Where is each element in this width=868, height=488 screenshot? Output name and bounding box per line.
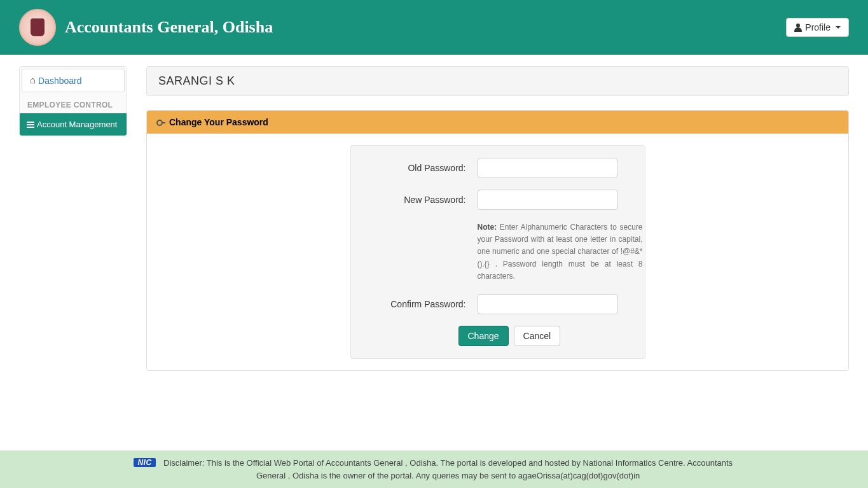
- page-title: SARANGI S K: [158, 74, 837, 88]
- user-title-panel: SARANGI S K: [146, 66, 849, 96]
- profile-label: Profile: [805, 22, 830, 32]
- form-row-old-password: Old Password:: [363, 158, 633, 178]
- panel-body: Old Password: New Password: Note: Enter …: [147, 134, 848, 370]
- content-container: Dashboard EMPLOYEE CONTROL Account Manag…: [0, 55, 868, 384]
- confirm-password-input[interactable]: [478, 294, 617, 314]
- navbar: Accountants General, Odisha Profile: [0, 0, 868, 55]
- chevron-down-icon: [836, 26, 841, 29]
- sidebar-item-dashboard[interactable]: Dashboard: [22, 69, 125, 92]
- sidebar-item-label: Dashboard: [38, 76, 82, 86]
- note-prefix: Note:: [478, 223, 497, 232]
- note-text: Enter Alphanumeric Characters to secure …: [478, 223, 643, 281]
- sidebar: Dashboard EMPLOYEE CONTROL Account Manag…: [19, 66, 127, 136]
- panel-title-text: Change Your Password: [169, 117, 268, 127]
- old-password-label: Old Password:: [363, 163, 478, 173]
- old-password-input[interactable]: [478, 158, 617, 178]
- sidebar-item-label: Account Management: [37, 120, 117, 129]
- change-button[interactable]: Change: [458, 326, 509, 346]
- home-icon: [30, 75, 36, 86]
- brand: Accountants General, Odisha: [19, 9, 273, 46]
- main-area: SARANGI S K Change Your Password Old Pas…: [146, 66, 849, 384]
- profile-dropdown-button[interactable]: Profile: [786, 18, 849, 37]
- panel-heading: Change Your Password: [147, 111, 848, 134]
- cancel-button[interactable]: Cancel: [514, 326, 561, 346]
- button-row: Change Cancel: [458, 326, 633, 346]
- brand-title: Accountants General, Odisha: [65, 18, 273, 37]
- user-icon: [794, 24, 802, 31]
- form-row-new-password: New Password:: [363, 190, 633, 210]
- new-password-label: New Password:: [363, 195, 478, 205]
- new-password-input[interactable]: [478, 190, 617, 210]
- form-well: Old Password: New Password: Note: Enter …: [350, 145, 645, 359]
- password-note: Note: Enter Alphanumeric Characters to s…: [478, 221, 643, 282]
- key-icon: [156, 120, 165, 125]
- logo-icon: [19, 9, 56, 46]
- sidebar-item-account-management[interactable]: Account Management: [20, 113, 127, 136]
- list-icon: [27, 122, 34, 128]
- confirm-password-label: Confirm Password:: [363, 299, 478, 309]
- change-password-panel: Change Your Password Old Password: New P…: [146, 110, 849, 371]
- sidebar-section-header: EMPLOYEE CONTROL: [20, 94, 127, 113]
- form-row-confirm-password: Confirm Password:: [363, 294, 633, 314]
